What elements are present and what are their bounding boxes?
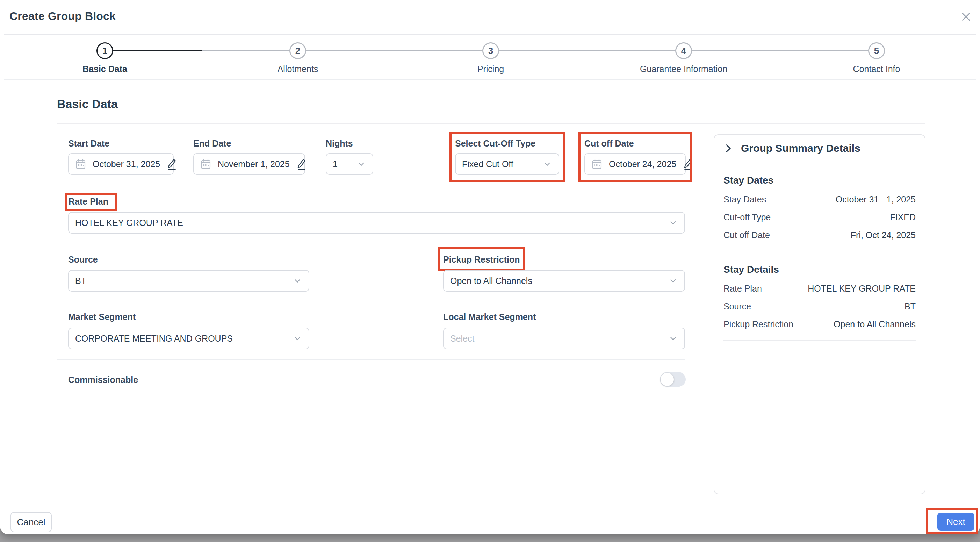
step-basic-data[interactable]: 1 Basic Data xyxy=(52,42,157,74)
cutoff-type-value: Fixed Cut Off xyxy=(462,159,542,169)
local-market-segment-label: Local Market Segment xyxy=(443,312,536,322)
chevron-down-icon xyxy=(293,276,302,286)
summary-row: Pickup Restriction Open to All Channels xyxy=(724,319,916,329)
toggle-knob xyxy=(660,373,674,386)
step-guarantee-information[interactable]: 4 Guarantee Information xyxy=(631,42,736,74)
summary-row-value: Open to All Channels xyxy=(834,319,916,329)
summary-row-label: Source xyxy=(724,301,751,312)
local-market-segment-select[interactable]: Select xyxy=(443,328,685,349)
summary-row: Cut-off Type FIXED xyxy=(724,212,916,222)
summary-row-label: Cut off Date xyxy=(724,230,770,240)
rate-plan-value: HOTEL KEY GROUP RATE xyxy=(75,218,668,228)
step-number: 5 xyxy=(868,42,885,59)
chevron-down-icon xyxy=(542,159,552,169)
step-label: Contact Info xyxy=(824,64,929,74)
stepper-divider xyxy=(4,79,976,80)
group-summary-header[interactable]: Group Summary Details xyxy=(714,135,925,162)
nights-select[interactable]: 1 xyxy=(326,153,373,175)
cutoff-date-field[interactable]: October 24, 2025 xyxy=(584,153,686,175)
chevron-right-icon xyxy=(723,143,733,153)
step-number: 3 xyxy=(482,42,499,59)
calendar-icon xyxy=(591,158,603,170)
cutoff-date-value: October 24, 2025 xyxy=(609,159,676,169)
pickup-restriction-value: Open to All Channels xyxy=(450,276,668,286)
commissionable-divider-top xyxy=(57,359,685,360)
cutoff-type-label: Select Cut-Off Type xyxy=(455,139,535,148)
commissionable-label: Commissionable xyxy=(68,375,138,385)
section-heading: Basic Data xyxy=(57,97,118,111)
calendar-icon xyxy=(200,158,212,170)
summary-title: Group Summary Details xyxy=(741,142,861,154)
edit-icon[interactable] xyxy=(166,158,178,170)
rate-plan-select[interactable]: HOTEL KEY GROUP RATE xyxy=(68,212,685,234)
chevron-down-icon xyxy=(356,159,366,169)
step-number: 4 xyxy=(675,42,692,59)
summary-row: Cut off Date Fri, Oct 24, 2025 xyxy=(724,230,916,240)
start-date-field[interactable]: October 31, 2025 xyxy=(68,153,174,175)
rate-plan-label: Rate Plan xyxy=(68,196,108,207)
header-divider xyxy=(4,34,976,35)
stay-dates-heading: Stay Dates xyxy=(724,175,916,186)
step-number: 2 xyxy=(290,42,306,59)
market-segment-label: Market Segment xyxy=(68,312,135,322)
step-pricing[interactable]: 3 Pricing xyxy=(438,42,543,74)
next-button[interactable]: Next xyxy=(937,513,974,531)
step-allotments[interactable]: 2 Allotments xyxy=(245,42,350,74)
market-segment-select[interactable]: CORPORATE MEETING AND GROUPS xyxy=(68,328,309,349)
cancel-button[interactable]: Cancel xyxy=(11,512,52,532)
summary-row-label: Cut-off Type xyxy=(724,212,771,222)
end-date-label: End Date xyxy=(193,139,231,148)
summary-row: Rate Plan HOTEL KEY GROUP RATE xyxy=(724,284,916,294)
summary-row: Stay Dates October 31 - 1, 2025 xyxy=(724,194,916,204)
edit-icon[interactable] xyxy=(296,158,307,170)
source-value: BT xyxy=(75,276,293,286)
summary-row-label: Rate Plan xyxy=(724,284,762,294)
chevron-down-icon xyxy=(668,218,678,228)
close-icon[interactable] xyxy=(958,9,974,24)
commissionable-toggle[interactable] xyxy=(660,372,686,387)
footer-divider xyxy=(0,504,980,504)
stay-details-heading: Stay Details xyxy=(724,264,916,275)
step-contact-info[interactable]: 5 Contact Info xyxy=(824,42,929,74)
chevron-down-icon xyxy=(668,276,678,286)
start-date-value: October 31, 2025 xyxy=(92,159,160,169)
step-label: Allotments xyxy=(245,64,350,74)
edit-icon[interactable] xyxy=(682,158,694,170)
nights-value: 1 xyxy=(333,159,356,169)
stay-dates-section: Stay Dates Stay Dates October 31 - 1, 20… xyxy=(714,162,925,240)
step-label: Pricing xyxy=(438,64,543,74)
end-date-value: November 1, 2025 xyxy=(218,159,290,169)
local-market-segment-placeholder: Select xyxy=(450,333,668,344)
summary-section-divider xyxy=(724,340,916,341)
calendar-icon xyxy=(75,158,86,170)
source-label: Source xyxy=(68,255,98,265)
summary-row-value: October 31 - 1, 2025 xyxy=(836,194,916,204)
market-segment-value: CORPORATE MEETING AND GROUPS xyxy=(75,333,293,344)
step-label: Basic Data xyxy=(52,64,157,74)
summary-row-value: HOTEL KEY GROUP RATE xyxy=(808,284,916,294)
chevron-down-icon xyxy=(668,333,678,343)
pickup-restriction-label: Pickup Restriction xyxy=(443,255,520,265)
start-date-label: Start Date xyxy=(68,139,110,148)
summary-row-value: FIXED xyxy=(890,212,916,222)
cutoff-type-select[interactable]: Fixed Cut Off xyxy=(455,153,559,175)
cutoff-date-label: Cut off Date xyxy=(584,139,634,148)
create-group-block-modal: Create Group Block 1 Basic Data 2 Allotm… xyxy=(0,0,980,534)
commissionable-divider-bottom xyxy=(57,397,685,397)
pickup-restriction-select[interactable]: Open to All Channels xyxy=(443,270,685,292)
summary-row-value: Fri, Oct 24, 2025 xyxy=(851,230,916,240)
page-title: Create Group Block xyxy=(10,10,116,23)
step-label: Guarantee Information xyxy=(631,64,736,74)
step-number: 1 xyxy=(97,42,113,59)
nights-label: Nights xyxy=(326,139,353,148)
screen: Create Group Block 1 Basic Data 2 Allotm… xyxy=(0,0,980,542)
section-divider xyxy=(57,123,926,124)
chevron-down-icon xyxy=(293,333,302,343)
source-select[interactable]: BT xyxy=(68,270,309,292)
group-summary-panel: Group Summary Details Stay Dates Stay Da… xyxy=(714,134,926,494)
summary-row-label: Pickup Restriction xyxy=(724,319,793,329)
summary-row: Source BT xyxy=(724,301,916,312)
summary-row-value: BT xyxy=(905,301,916,312)
summary-row-label: Stay Dates xyxy=(724,194,766,204)
end-date-field[interactable]: November 1, 2025 xyxy=(193,153,305,175)
